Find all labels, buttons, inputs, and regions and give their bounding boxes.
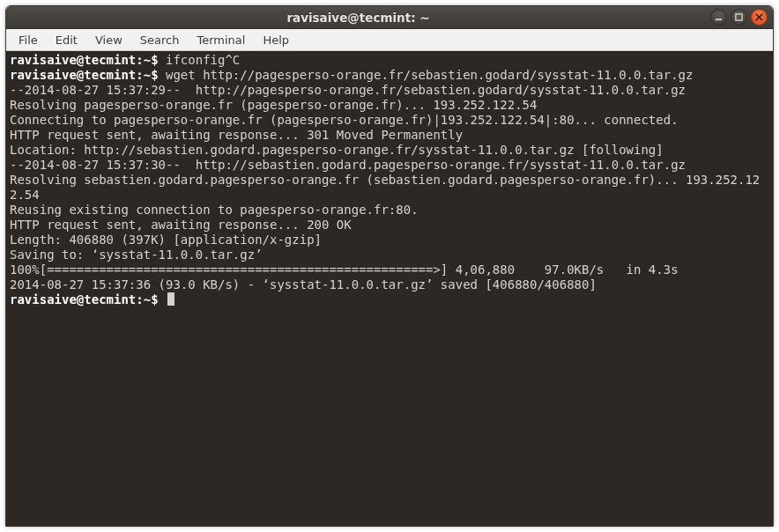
terminal-line: Reusing existing connection to pagespers… bbox=[10, 203, 769, 218]
terminal-text: Resolving pagesperso-orange.fr (pagesper… bbox=[10, 98, 537, 112]
terminal-line: 100%[===================================… bbox=[10, 262, 769, 277]
window-controls bbox=[710, 9, 768, 26]
terminal-line: Location: http://sebastien.godard.pagesp… bbox=[10, 143, 769, 158]
terminal-window: ravisaive@tecmint: ~ File Edit View Sear… bbox=[5, 5, 774, 527]
menu-help[interactable]: Help bbox=[256, 32, 296, 48]
close-icon bbox=[755, 13, 763, 21]
terminal-output[interactable]: ravisaive@tecmint:~$ ifconfig^Cravisaive… bbox=[6, 51, 773, 526]
menu-search[interactable]: Search bbox=[133, 32, 187, 48]
terminal-text: Connecting to pagesperso-orange.fr (page… bbox=[10, 113, 679, 127]
terminal-text: Saving to: ‘sysstat-11.0.0.tar.gz’ bbox=[10, 248, 263, 262]
cursor bbox=[167, 292, 174, 306]
terminal-text: Location: http://sebastien.godard.pagesp… bbox=[10, 143, 664, 157]
terminal-text: --2014-08-27 15:37:30-- http://sebastien… bbox=[10, 158, 686, 172]
terminal-line: Length: 406880 (397K) [application/x-gzi… bbox=[10, 233, 769, 248]
terminal-text: Length: 406880 (397K) [application/x-gzi… bbox=[10, 233, 322, 247]
terminal-line: --2014-08-27 15:37:30-- http://sebastien… bbox=[10, 158, 769, 173]
minimize-icon bbox=[715, 13, 723, 21]
terminal-text: wget http://pagesperso-orange.fr/sebasti… bbox=[159, 68, 694, 82]
svg-rect-1 bbox=[736, 14, 742, 20]
menubar: File Edit View Search Terminal Help bbox=[6, 29, 773, 51]
terminal-line: ravisaive@tecmint:~$ bbox=[10, 292, 769, 307]
titlebar[interactable]: ravisaive@tecmint: ~ bbox=[6, 6, 773, 29]
terminal-text: HTTP request sent, awaiting response... … bbox=[10, 128, 463, 142]
terminal-text: Resolving sebastien.godard.pagesperso-or… bbox=[10, 173, 760, 202]
minimize-button[interactable] bbox=[710, 9, 727, 26]
terminal-line: --2014-08-27 15:37:29-- http://pagespers… bbox=[10, 83, 769, 98]
svg-rect-0 bbox=[716, 18, 722, 20]
terminal-line: ravisaive@tecmint:~$ ifconfig^C bbox=[10, 53, 769, 68]
terminal-line: Connecting to pagesperso-orange.fr (page… bbox=[10, 113, 769, 128]
terminal-text: Reusing existing connection to pagespers… bbox=[10, 203, 419, 217]
window-title: ravisaive@tecmint: ~ bbox=[6, 11, 710, 25]
maximize-button[interactable] bbox=[731, 9, 747, 26]
terminal-line: HTTP request sent, awaiting response... … bbox=[10, 218, 769, 233]
terminal-text: HTTP request sent, awaiting response... … bbox=[10, 218, 352, 232]
terminal-text: 100%[===================================… bbox=[10, 262, 679, 277]
close-button[interactable] bbox=[751, 9, 768, 26]
maximize-icon bbox=[735, 13, 743, 21]
terminal-line: 2014-08-27 15:37:36 (93.0 KB/s) - ‘sysst… bbox=[10, 277, 769, 292]
prompt: ravisaive@tecmint:~$ bbox=[10, 292, 159, 307]
prompt: ravisaive@tecmint:~$ bbox=[10, 68, 159, 82]
terminal-line: HTTP request sent, awaiting response... … bbox=[10, 128, 769, 143]
menu-edit[interactable]: Edit bbox=[48, 32, 85, 48]
menu-terminal[interactable]: Terminal bbox=[189, 32, 252, 48]
prompt: ravisaive@tecmint:~$ bbox=[10, 53, 159, 67]
menu-view[interactable]: View bbox=[88, 32, 130, 48]
terminal-line: ravisaive@tecmint:~$ wget http://pagespe… bbox=[10, 68, 769, 83]
terminal-text: --2014-08-27 15:37:29-- http://pagespers… bbox=[10, 83, 686, 97]
menu-file[interactable]: File bbox=[11, 32, 45, 48]
terminal-text: 2014-08-27 15:37:36 (93.0 KB/s) - ‘sysst… bbox=[10, 277, 597, 292]
terminal-line: Saving to: ‘sysstat-11.0.0.tar.gz’ bbox=[10, 248, 769, 262]
terminal-text: ifconfig^C bbox=[159, 53, 241, 67]
terminal-text bbox=[159, 292, 166, 307]
terminal-line: Resolving sebastien.godard.pagesperso-or… bbox=[10, 173, 769, 203]
terminal-line: Resolving pagesperso-orange.fr (pagesper… bbox=[10, 98, 769, 113]
